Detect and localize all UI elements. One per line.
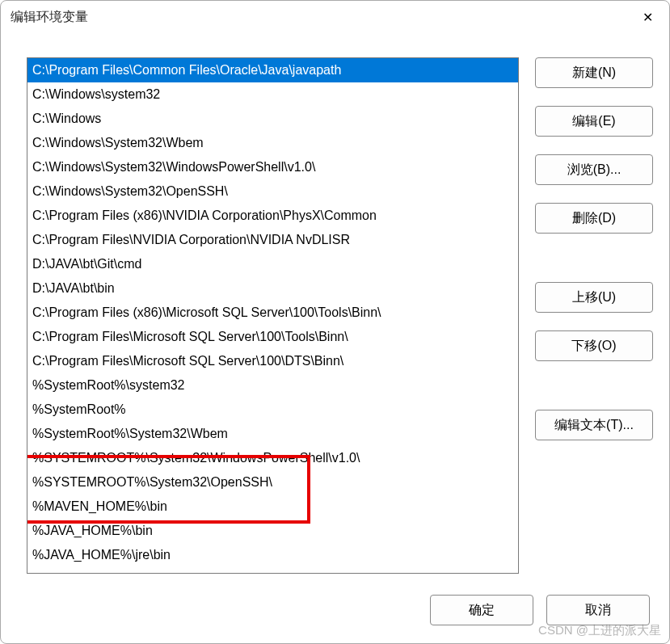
dialog-body: C:\Program Files\Common Files\Oracle\Jav… — [1, 33, 669, 583]
list-item[interactable]: C:\Windows\System32\WindowsPowerShell\v1… — [27, 155, 518, 179]
cancel-button[interactable]: 取消 — [546, 595, 650, 625]
list-item[interactable]: C:\Windows\System32\OpenSSH\ — [27, 179, 518, 204]
move-up-button[interactable]: 上移(U) — [535, 282, 653, 313]
list-item[interactable]: %JAVA_HOME%\bin — [27, 519, 518, 543]
move-down-button[interactable]: 下移(O) — [535, 330, 653, 361]
list-item[interactable]: C:\Windows\system32 — [27, 82, 518, 107]
list-item[interactable]: %SystemRoot% — [27, 398, 518, 422]
list-item[interactable]: %SystemRoot%\system32 — [27, 373, 518, 398]
list-item[interactable]: %SystemRoot%\System32\Wbem — [27, 422, 518, 446]
delete-button[interactable]: 删除(D) — [535, 203, 653, 234]
dialog-footer: 确定 取消 — [1, 583, 669, 643]
edit-button[interactable]: 编辑(E) — [535, 106, 653, 137]
list-item[interactable]: C:\Program Files\NVIDIA Corporation\NVID… — [27, 228, 518, 252]
edit-text-button[interactable]: 编辑文本(T)... — [535, 410, 653, 440]
dialog-window: 编辑环境变量 ✕ C:\Program Files\Common Files\O… — [0, 0, 670, 644]
titlebar: 编辑环境变量 ✕ — [1, 1, 669, 33]
button-column: 新建(N) 编辑(E) 浏览(B)... 删除(D) 上移(U) 下移(O) 编… — [535, 57, 653, 574]
list-item[interactable]: %SYSTEMROOT%\System32\WindowsPowerShell\… — [27, 446, 518, 470]
list-item[interactable]: C:\Windows — [27, 107, 518, 131]
list-item[interactable]: C:\Program Files\Microsoft SQL Server\10… — [27, 325, 518, 349]
dialog-title: 编辑环境变量 — [11, 9, 635, 26]
list-item[interactable]: C:\Program Files\Microsoft SQL Server\10… — [27, 349, 518, 373]
close-icon[interactable]: ✕ — [635, 5, 659, 29]
path-listbox[interactable]: C:\Program Files\Common Files\Oracle\Jav… — [27, 57, 519, 574]
list-item[interactable]: C:\Program Files\Common Files\Oracle\Jav… — [27, 58, 518, 82]
list-item[interactable]: C:\Program Files (x86)\Microsoft SQL Ser… — [27, 301, 518, 325]
list-item[interactable]: %SYSTEMROOT%\System32\OpenSSH\ — [27, 470, 518, 495]
list-item[interactable]: D:\JAVA\bt\bin — [27, 276, 518, 301]
browse-button[interactable]: 浏览(B)... — [535, 154, 653, 185]
list-item[interactable]: D:\JAVA\bt\Git\cmd — [27, 252, 518, 276]
list-item[interactable]: C:\Program Files (x86)\NVIDIA Corporatio… — [27, 204, 518, 228]
new-button[interactable]: 新建(N) — [535, 57, 653, 88]
list-item[interactable]: %MAVEN_HOME%\bin — [27, 495, 518, 519]
list-item[interactable]: %JAVA_HOME%\jre\bin — [27, 543, 518, 567]
ok-button[interactable]: 确定 — [430, 595, 533, 625]
list-item[interactable]: C:\Windows\System32\Wbem — [27, 131, 518, 155]
